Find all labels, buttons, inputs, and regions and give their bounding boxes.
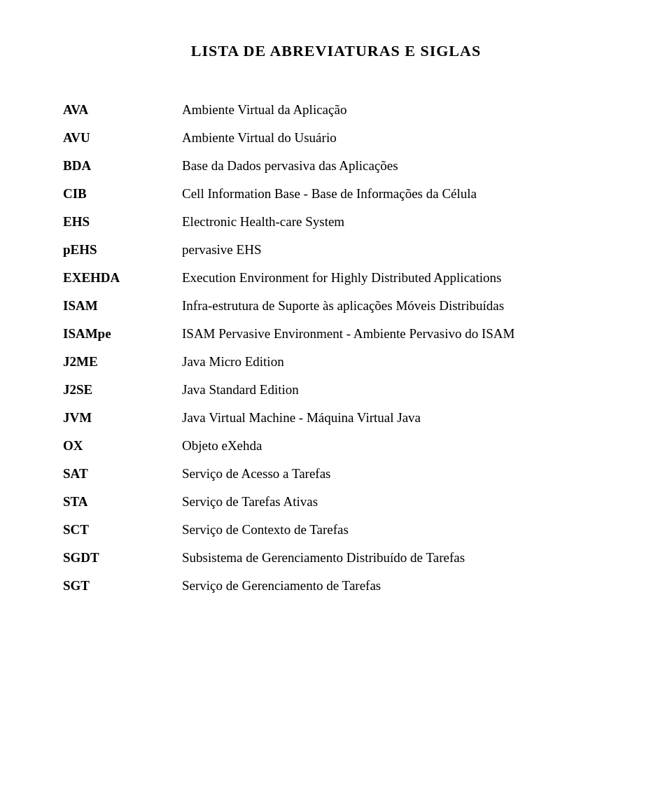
- abbreviation-code: J2SE: [56, 382, 182, 398]
- abbreviation-definition: Execution Environment for Highly Distrib…: [182, 270, 616, 286]
- abbreviation-definition: Serviço de Tarefas Ativas: [182, 494, 616, 510]
- table-row: CIBCell Information Base - Base de Infor…: [56, 186, 616, 202]
- abbreviation-definition: Infra-estrutura de Suporte às aplicações…: [182, 298, 616, 314]
- abbreviation-code: SGDT: [56, 550, 182, 566]
- table-row: JVMJava Virtual Machine - Máquina Virtua…: [56, 410, 616, 426]
- table-row: EHSElectronic Health-care System: [56, 214, 616, 230]
- abbreviation-code: pEHS: [56, 242, 182, 258]
- table-row: AVAAmbiente Virtual da Aplicação: [56, 102, 616, 118]
- abbreviation-code: EHS: [56, 214, 182, 230]
- abbreviation-code: STA: [56, 494, 182, 510]
- table-row: STAServiço de Tarefas Ativas: [56, 494, 616, 510]
- table-row: pEHSpervasive EHS: [56, 242, 616, 258]
- abbreviation-code: SAT: [56, 466, 182, 482]
- table-row: SCTServiço de Contexto de Tarefas: [56, 522, 616, 538]
- abbreviation-code: JVM: [56, 410, 182, 426]
- abbreviation-definition: Ambiente Virtual da Aplicação: [182, 102, 616, 118]
- abbreviation-code: OX: [56, 438, 182, 454]
- table-row: SGTServiço de Gerenciamento de Tarefas: [56, 578, 616, 594]
- abbreviation-code: BDA: [56, 158, 182, 174]
- abbreviation-definition: Cell Information Base - Base de Informaç…: [182, 186, 616, 202]
- table-row: SATServiço de Acesso a Tarefas: [56, 466, 616, 482]
- abbreviation-definition: Java Virtual Machine - Máquina Virtual J…: [182, 410, 616, 426]
- table-row: AVUAmbiente Virtual do Usuário: [56, 130, 616, 146]
- abbreviation-definition: Serviço de Acesso a Tarefas: [182, 466, 616, 482]
- abbreviation-definition: Java Micro Edition: [182, 354, 616, 370]
- abbreviation-definition: Serviço de Contexto de Tarefas: [182, 522, 616, 538]
- abbreviation-definition: Java Standard Edition: [182, 382, 616, 398]
- abbreviation-code: AVU: [56, 130, 182, 146]
- abbreviation-definition: Objeto eXehda: [182, 438, 616, 454]
- abbreviation-code: SGT: [56, 578, 182, 594]
- abbreviation-definition: Electronic Health-care System: [182, 214, 616, 230]
- abbreviation-definition: ISAM Pervasive Environment - Ambiente Pe…: [182, 326, 616, 342]
- table-row: BDABase da Dados pervasiva das Aplicaçõe…: [56, 158, 616, 174]
- table-row: SGDTSubsistema de Gerenciamento Distribu…: [56, 550, 616, 566]
- abbreviation-code: EXEHDA: [56, 270, 182, 286]
- abbreviation-definition: Ambiente Virtual do Usuário: [182, 130, 616, 146]
- abbreviation-code: SCT: [56, 522, 182, 538]
- page-title: LISTA DE ABREVIATURAS E SIGLAS: [56, 42, 616, 60]
- table-row: ISAMInfra-estrutura de Suporte às aplica…: [56, 298, 616, 314]
- abbreviation-definition: Subsistema de Gerenciamento Distribuído …: [182, 550, 616, 566]
- abbreviation-code: ISAM: [56, 298, 182, 314]
- abbreviation-definition: Serviço de Gerenciamento de Tarefas: [182, 578, 616, 594]
- abbreviation-code: ISAMpe: [56, 326, 182, 342]
- table-row: J2MEJava Micro Edition: [56, 354, 616, 370]
- abbreviation-list: AVAAmbiente Virtual da AplicaçãoAVUAmbie…: [56, 102, 616, 594]
- table-row: OXObjeto eXehda: [56, 438, 616, 454]
- abbreviation-code: CIB: [56, 186, 182, 202]
- abbreviation-code: J2ME: [56, 354, 182, 370]
- abbreviation-code: AVA: [56, 102, 182, 118]
- table-row: ISAMpeISAM Pervasive Environment - Ambie…: [56, 326, 616, 342]
- table-row: EXEHDAExecution Environment for Highly D…: [56, 270, 616, 286]
- abbreviation-definition: Base da Dados pervasiva das Aplicações: [182, 158, 616, 174]
- table-row: J2SEJava Standard Edition: [56, 382, 616, 398]
- abbreviation-definition: pervasive EHS: [182, 242, 616, 258]
